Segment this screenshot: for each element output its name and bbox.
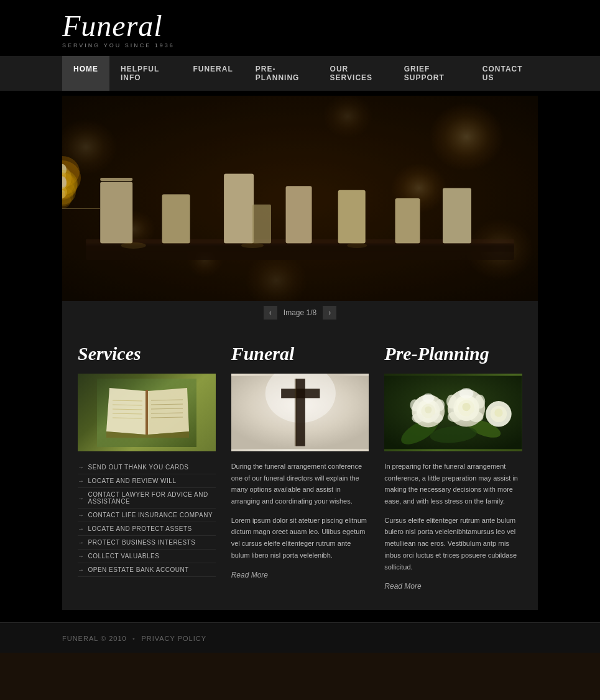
arrow-icon: →	[78, 464, 85, 471]
svg-marker-44	[148, 388, 189, 435]
svg-point-81	[469, 412, 484, 422]
svg-marker-43	[106, 388, 145, 435]
svg-point-73	[412, 413, 424, 423]
arrow-icon: →	[78, 512, 85, 518]
preplanning-title: Pre-Planning	[384, 343, 522, 364]
roses-icon	[384, 374, 522, 451]
nav-item-home[interactable]: HOME	[62, 56, 109, 91]
preplanning-body1: In preparing for the funeral arrangement…	[384, 461, 522, 507]
funeral-column: Funeral	[231, 343, 369, 591]
preplanning-image	[384, 374, 522, 451]
arrow-icon: →	[78, 525, 85, 532]
svg-point-70	[423, 394, 435, 403]
content-wrapper: Services	[0, 325, 600, 622]
nav-item-helpful-info[interactable]: HELPFUL INFO	[109, 56, 182, 91]
site-tagline: SERVING YOU SINCE 1936	[62, 42, 175, 48]
bible-icon	[97, 379, 196, 447]
svg-point-78	[463, 403, 471, 411]
svg-rect-41	[62, 96, 538, 301]
funeral-read-more[interactable]: Read More	[231, 571, 268, 579]
preplanning-read-more[interactable]: Read More	[384, 582, 421, 591]
list-item: → CONTACT LIFE INSURANCE COMPANY	[78, 509, 216, 522]
list-item: → PROTECT BUSINESS INTERESTS	[78, 536, 216, 550]
cross-icon	[231, 374, 369, 451]
navigation: HOME HELPFUL INFO FUNERAL PRE-PLANNING O…	[0, 56, 600, 91]
footer-privacy-link[interactable]: PRIVACY POLICY	[141, 635, 206, 642]
site-title: Funeral	[62, 11, 175, 41]
nav-item-pre-planning[interactable]: PRE-PLANNING	[244, 56, 319, 91]
slider-label: Image 1/8	[284, 308, 316, 317]
hero-wrapper: ‹ Image 1/8 ›	[0, 91, 600, 325]
arrow-icon: →	[78, 477, 85, 484]
arrow-icon: →	[78, 553, 85, 560]
funeral-title: Funeral	[231, 343, 369, 364]
svg-rect-61	[295, 379, 297, 446]
svg-point-86	[495, 408, 503, 417]
svg-point-72	[432, 413, 443, 423]
slider-controls: ‹ Image 1/8 ›	[62, 301, 538, 325]
svg-point-82	[448, 412, 462, 422]
list-item: → LOCATE AND PROTECT ASSETS	[78, 522, 216, 536]
funeral-image	[231, 374, 369, 451]
hero-slider	[62, 96, 538, 301]
svg-point-71	[435, 399, 445, 411]
svg-point-79	[459, 388, 474, 398]
nav-item-grief-support[interactable]: GRIEF SUPPORT	[393, 56, 471, 91]
preplanning-body2: Cursus eleife elitenteger rutrum ante bu…	[384, 515, 522, 573]
footer-separator: •	[132, 635, 136, 642]
svg-rect-60	[281, 389, 320, 398]
nav-item-our-services[interactable]: OUR SERVICES	[319, 56, 393, 91]
footer-copyright: FUNERAL © 2010	[62, 635, 127, 642]
slider-next-button[interactable]: ›	[323, 306, 336, 320]
list-item: → COLLECT VALUABLES	[78, 550, 216, 563]
list-item: → OPEN ESTATE BANK ACCOUNT	[78, 563, 216, 577]
preplanning-column: Pre-Planning	[384, 343, 522, 591]
services-list: → SEND OUT THANK YOU CARDS → LOCATE AND …	[78, 461, 216, 577]
svg-point-80	[475, 395, 486, 409]
arrow-icon: →	[78, 566, 85, 573]
svg-point-74	[410, 399, 420, 411]
header: Funeral SERVING YOU SINCE 1936	[0, 0, 600, 56]
arrow-icon: →	[78, 495, 85, 502]
logo: Funeral SERVING YOU SINCE 1936	[62, 11, 175, 48]
three-column-layout: Services	[78, 343, 522, 591]
services-column: Services	[78, 343, 216, 591]
footer: FUNERAL © 2010 • PRIVACY POLICY	[0, 622, 600, 653]
funeral-body2: Lorem ipsum dolor sit atetuer piscing el…	[231, 515, 369, 561]
nav-item-funeral[interactable]: FUNERAL	[182, 56, 244, 91]
services-image	[78, 374, 216, 451]
arrow-icon: →	[78, 539, 85, 546]
svg-point-83	[446, 395, 457, 409]
slider-prev-button[interactable]: ‹	[264, 306, 277, 320]
list-item: → CONTACT LAWYER FOR ADVICE AND ASSISTAN…	[78, 488, 216, 509]
svg-rect-45	[145, 390, 148, 435]
nav-item-contact-us[interactable]: CONTACT US	[471, 56, 538, 91]
svg-point-69	[425, 407, 432, 413]
hero-background	[62, 96, 538, 301]
list-item: → LOCATE AND REVIEW WILL	[78, 474, 216, 488]
list-item: → SEND OUT THANK YOU CARDS	[78, 461, 216, 474]
content-inner: Services	[62, 325, 538, 610]
services-title: Services	[78, 343, 216, 364]
funeral-body1: During the funeral arrangement conferenc…	[231, 461, 369, 507]
